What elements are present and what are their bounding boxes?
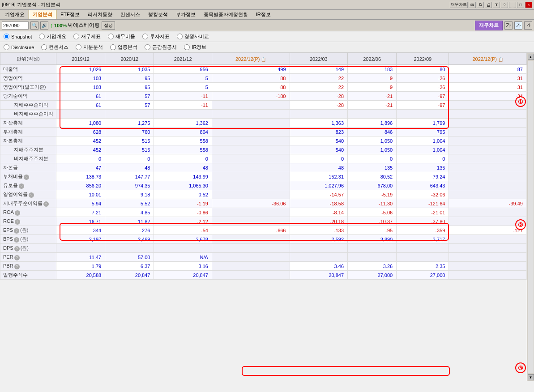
setting-btn[interactable]: 설정 <box>102 21 115 30</box>
cell-value: -5.06 <box>348 208 397 217</box>
info-icon[interactable]: ? <box>19 183 24 189</box>
radio-snapshot[interactable]: Snapshot <box>4 34 32 39</box>
menu-company-overview[interactable]: 기업개요 <box>1 10 29 19</box>
cell-value: 276 <box>105 226 154 235</box>
cell-value <box>449 110 527 119</box>
radio-disclosure[interactable]: Disclosure <box>4 44 34 50</box>
cell-value: 103 <box>56 74 105 83</box>
cell-value <box>449 253 527 262</box>
cell-value: 0 <box>348 154 397 163</box>
help-btn[interactable]: ? <box>501 2 508 8</box>
table-row: 지배주주지분4525155585401,0501,004 <box>0 145 527 154</box>
cell-value: 20,847 <box>105 271 154 280</box>
menu-ranking[interactable]: 랭킹분석 <box>144 10 172 19</box>
info-icon[interactable]: ? <box>15 210 20 216</box>
chart-btn[interactable]: 재무차트 <box>475 21 503 30</box>
cell-value: 804 <box>154 128 212 136</box>
radio-financial-ratio[interactable]: 재무비율 <box>108 33 135 40</box>
cell-value: 3,717 <box>397 235 449 244</box>
cell-value: 95 <box>105 83 154 92</box>
cell-value: -39.49 <box>449 199 527 208</box>
cell-value: -95 <box>348 226 397 235</box>
cell-value: 20,847 <box>154 271 212 280</box>
cell-value <box>212 145 290 154</box>
row-label: PER? <box>0 253 56 262</box>
info-icon[interactable]: ? <box>15 219 20 225</box>
print-btn[interactable]: 🖨 <box>485 2 492 8</box>
financial-chart-btn[interactable]: 재무차트 <box>450 2 468 8</box>
font-size-up-icon[interactable]: 가 <box>504 21 513 30</box>
radio-company-overview[interactable]: 기업개요 <box>39 33 66 40</box>
search-icon[interactable]: 🔍 <box>30 21 38 30</box>
info-icon[interactable]: ? <box>14 237 19 243</box>
cell-value: 856.20 <box>56 181 105 190</box>
scroll-down-btn[interactable]: ▼ <box>528 374 534 380</box>
table-row: 영업이익103955-88-22-9-26-31 <box>0 74 527 83</box>
radio-ir[interactable]: IR정보 <box>184 44 206 51</box>
table-row: 영업이익률?10.019.180.52-14.57-5.19-32.06 <box>0 190 527 199</box>
info-icon[interactable]: ? <box>29 192 34 198</box>
copy-btn[interactable]: ⧉ <box>477 2 484 8</box>
radio-competitor[interactable]: 경쟁사비교 <box>177 33 209 40</box>
menu-ir[interactable]: IR정보 <box>252 10 275 19</box>
cell-value: -28 <box>290 101 348 110</box>
cell-value: 499 <box>212 65 290 74</box>
cell-value <box>212 101 290 110</box>
cell-value <box>397 110 449 119</box>
cell-value: -10.37 <box>348 217 397 226</box>
cell-value: 452 <box>56 145 105 154</box>
cell-value: -180 <box>212 92 290 101</box>
cell-value: 1,026 <box>56 65 105 74</box>
cell-value: 152.31 <box>290 172 348 181</box>
close-btn[interactable]: × <box>525 2 532 8</box>
menu-research[interactable]: 리서치동향 <box>84 10 116 19</box>
cell-value: 5.52 <box>105 199 154 208</box>
cell-value: 3.16 <box>154 262 212 271</box>
info-icon[interactable]: ? <box>14 228 19 234</box>
menu-stock-schedule[interactable]: 종목별증자예정현황 <box>200 10 252 19</box>
row-label: 지배주주순이익 <box>0 101 56 110</box>
mail-btn[interactable]: ✉ <box>469 2 476 8</box>
cell-value: 2,197 <box>56 235 105 244</box>
annotation-1: ① <box>515 96 526 107</box>
minimize-btn[interactable]: _ <box>509 2 516 8</box>
volume-icon[interactable]: 🔊 <box>40 21 48 30</box>
menu-extra[interactable]: 부가정보 <box>172 10 200 19</box>
radio-equity[interactable]: 지분분석 <box>76 44 103 51</box>
font-size-mid-icon[interactable]: 가 <box>514 21 522 30</box>
row-label: 영업이익 <box>0 74 56 83</box>
row-label: 발행주식수 <box>0 271 56 280</box>
cell-value <box>56 244 105 253</box>
radio-sector[interactable]: 업종분석 <box>110 44 137 51</box>
cell-value <box>105 244 154 253</box>
info-icon[interactable]: ? <box>14 255 20 260</box>
menu-consensus[interactable]: 컨센서스 <box>116 10 144 19</box>
maximize-btn[interactable]: □ <box>517 2 524 8</box>
info-icon[interactable]: ? <box>14 246 20 251</box>
row-label: 자본금 <box>0 163 56 172</box>
info-icon[interactable]: ? <box>24 175 29 180</box>
menu-company-analysis[interactable]: 기업분석 <box>29 10 56 19</box>
annotation-3: ③ <box>515 362 526 373</box>
cell-value: 3,890 <box>348 235 397 244</box>
cell-value: 558 <box>154 145 212 154</box>
cell-value <box>154 244 212 253</box>
cell-value: -22 <box>290 83 348 92</box>
stock-code-input[interactable] <box>2 21 29 30</box>
font-btn[interactable]: T <box>493 2 500 8</box>
scroll-up-btn[interactable]: ▲ <box>528 54 534 60</box>
menu-etf[interactable]: ETF정보 <box>56 10 84 19</box>
info-icon[interactable]: ? <box>14 264 20 269</box>
radio-financial-statement[interactable]: 재무제표 <box>73 33 101 40</box>
cell-value: 149 <box>290 65 348 74</box>
font-size-down-icon[interactable]: 가 <box>524 21 532 30</box>
table-scroll[interactable]: 단위(억원) 2019/12 2020/12 2021/12 2022/12(P… <box>0 53 527 381</box>
radio-fsc[interactable]: 금감원공시 <box>145 44 177 51</box>
radio-consensus[interactable]: 컨센서스 <box>41 44 68 51</box>
info-icon[interactable]: ? <box>43 201 49 207</box>
cell-value: -26 <box>397 83 449 92</box>
radio-investment[interactable]: 투자지표 <box>142 33 170 40</box>
cell-value: 0.52 <box>154 190 212 199</box>
row-label: 지배주주순이익률? <box>0 199 56 208</box>
cell-value: -14.57 <box>290 190 348 199</box>
